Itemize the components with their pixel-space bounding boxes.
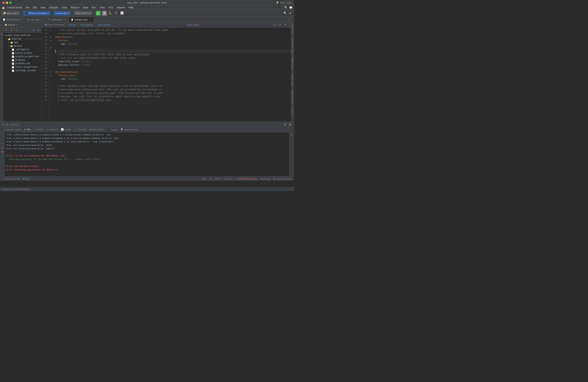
menu-file[interactable]: File: [24, 6, 31, 9]
flutter-outline-tab[interactable]: Flutter Outline: [291, 22, 294, 37]
emulator-tab[interactable]: Emulator: [291, 106, 294, 117]
schema-error-status[interactable]: ⚠ JSON schema error: [235, 177, 258, 180]
pub-outdated-btn[interactable]: Pub outdated: [95, 22, 113, 27]
flutter-doctor-btn[interactable]: Flutter doctor: [184, 22, 202, 27]
tab-close-gradle[interactable]: ✕: [63, 18, 66, 21]
menu-edit[interactable]: Edit: [31, 6, 39, 9]
gradle-properties-file[interactable]: 📄 gradle.properties: [3, 55, 42, 58]
tab-readme[interactable]: 📄 README.md ✕: [1, 17, 25, 22]
notification-icon[interactable]: 💬: [289, 6, 293, 9]
fold-icon[interactable]: ▼: [50, 75, 51, 77]
line-ending-status[interactable]: LF: [209, 178, 212, 180]
version-control-status[interactable]: ⎇ Version Control: [1, 177, 21, 180]
debug-button[interactable]: 🐛: [108, 11, 113, 16]
structure-btn[interactable]: ≡: [0, 28, 3, 32]
menu-run[interactable]: Run: [90, 6, 98, 9]
settings-gradle-file[interactable]: 📄 settings.gradle: [3, 69, 42, 72]
gradlew-file[interactable]: 📄 gradlew: [3, 58, 42, 62]
maximize-button[interactable]: [9, 1, 12, 4]
run-config-dropdown[interactable]: ◆ main.dart ▾: [54, 11, 71, 15]
android-folder[interactable]: ▼ 📁 android ~/Desktop/flutter_projects/w…: [3, 37, 42, 41]
pub-upgrade-btn[interactable]: Pub upgrade: [78, 22, 95, 27]
flutter-inspector-tab[interactable]: Flutter Inspector: [291, 71, 294, 87]
close-button[interactable]: [2, 1, 5, 4]
settings-gear[interactable]: ⚙: [31, 28, 36, 32]
stop-run-btn[interactable]: ■: [0, 150, 4, 154]
encoding-status[interactable]: UTF-8: [214, 178, 222, 180]
fold-icon[interactable]: ▼: [50, 36, 51, 38]
wrap-btn[interactable]: ≡: [0, 142, 4, 145]
project-dropdown[interactable]: 📁 web_view ▾: [1, 11, 20, 15]
local-properties-file[interactable]: 📄 local.properties: [3, 65, 42, 69]
menu-code[interactable]: Code: [60, 6, 69, 9]
stop-button[interactable]: ■: [102, 11, 107, 16]
menu-window[interactable]: Window: [115, 6, 126, 9]
layout-inspector-status[interactable]: ⊞ Layout Inspector: [273, 177, 293, 180]
menu-android-studio[interactable]: Android Studio: [5, 6, 24, 9]
sync-icon[interactable]: ↻: [4, 28, 9, 32]
gitignore-file[interactable]: 📄 .gitignore: [3, 48, 42, 51]
project-tool-btn[interactable]: ▶: [0, 23, 3, 27]
menu-help[interactable]: Help: [127, 6, 135, 9]
run-status[interactable]: ▶ Run: [22, 177, 30, 180]
tab-main-dart[interactable]: ◆ main.dart ✕: [25, 17, 45, 22]
profiler-tab[interactable]: 📊 Profiler: [59, 127, 73, 132]
run-tab[interactable]: ▶ Run: [23, 127, 32, 132]
code-content[interactable]: # the latest version available on pub.de…: [53, 28, 291, 122]
fold-icon[interactable]: ▼: [50, 71, 51, 73]
close-panel-btn[interactable]: ✕: [36, 28, 41, 32]
prev-match-icon[interactable]: ∧: [278, 22, 282, 27]
menu-vcs[interactable]: VCS: [107, 6, 115, 9]
run-button[interactable]: ▶: [96, 11, 101, 16]
menu-tools[interactable]: Tools: [98, 6, 106, 9]
todo-tab[interactable]: ✓ TODO: [32, 127, 44, 132]
menu-build[interactable]: Build: [82, 6, 90, 9]
minimize-button[interactable]: [6, 1, 8, 4]
position-status[interactable]: 35:1: [201, 178, 207, 180]
bookmarks-btn[interactable]: 🔖: [0, 32, 3, 36]
device-dropdown[interactable]: 📱 iPhone 14 (mobile) ▾: [23, 11, 50, 15]
scroll-down-btn[interactable]: ↓: [0, 137, 4, 141]
next-match-icon[interactable]: ∨: [283, 22, 288, 27]
layout-icon[interactable]: ⊞: [288, 122, 293, 127]
build-gradle-file[interactable]: 📄 build.gradle: [3, 51, 42, 55]
dart-analysis-tab[interactable]: ◆ Dart Analysis: [88, 127, 106, 132]
coverage-button[interactable]: 📊: [120, 11, 124, 16]
problems-tab[interactable]: ⚠ Problems: [44, 127, 59, 132]
profile-button[interactable]: ⏱: [114, 11, 118, 16]
tab-close-main[interactable]: ✕: [41, 18, 43, 21]
api-dropdown[interactable]: Pixel 5 API 33 ▾: [74, 11, 93, 15]
more-tabs-icon[interactable]: ⋮: [287, 17, 292, 22]
run-file-label[interactable]: main.dart: [9, 123, 18, 126]
app-inspection-tab[interactable]: 🔍 App Inspection: [119, 127, 140, 132]
tab-close-pubspec[interactable]: ✕: [89, 18, 92, 21]
settings-icon[interactable]: ⚙: [288, 11, 293, 16]
fold-icon[interactable]: ▶: [50, 29, 51, 31]
root-item[interactable]: ▼ ◆ web_view_android: [3, 33, 42, 37]
search-everywhere-icon[interactable]: 🔍: [283, 11, 287, 16]
device-file-explorer-tab[interactable]: Device File Explorer: [291, 87, 294, 106]
tab-build-gradle[interactable]: 🔨 build.gradle ✕: [46, 17, 68, 22]
menu-refactor[interactable]: Refactor: [69, 6, 81, 9]
gradlew-bat-file[interactable]: 📄 gradlew.bat: [3, 62, 42, 65]
search-icon[interactable]: 🔍: [284, 6, 288, 9]
menu-navigate[interactable]: Navigate: [47, 6, 60, 9]
pub-get-btn[interactable]: Pub get: [66, 22, 78, 27]
collapse-icon[interactable]: ⊟: [9, 28, 14, 32]
scroll-up-btn[interactable]: ↑: [0, 133, 4, 137]
settings-run-icon[interactable]: ⚙: [283, 122, 287, 127]
event-log-status[interactable]: Event Log: [260, 178, 271, 180]
app-folder[interactable]: ▶ 📁 app: [3, 41, 42, 44]
gradle-folder[interactable]: ▶ 📁 gradle: [3, 44, 42, 48]
menu-view[interactable]: View: [39, 6, 47, 9]
show-only-btn[interactable]: ◎: [14, 28, 19, 32]
fold-icon[interactable]: ▼: [50, 40, 51, 42]
logcat-tab[interactable]: 📱 Logcat: [106, 127, 119, 132]
tab-pubspec[interactable]: 📋 pubspec.yaml ✕: [69, 17, 94, 22]
tab-close-readme[interactable]: ✕: [20, 18, 23, 21]
terminal-tab[interactable]: ⬛ Terminal: [73, 127, 88, 132]
filter-btn[interactable]: ⊟: [0, 146, 4, 149]
version-control-tab[interactable]: ⎇ Version Control: [1, 127, 23, 132]
indent-status[interactable]: 2 spaces: [223, 178, 233, 180]
device-manager-tab[interactable]: Device Manager: [291, 55, 294, 71]
